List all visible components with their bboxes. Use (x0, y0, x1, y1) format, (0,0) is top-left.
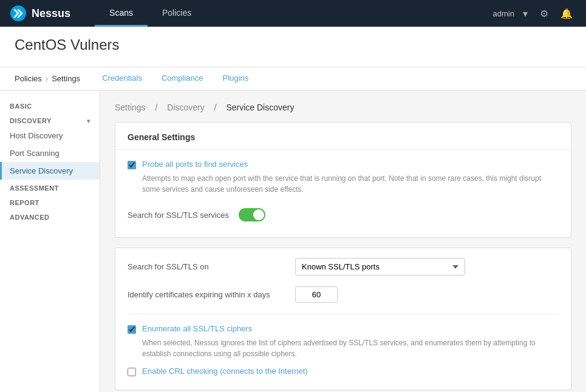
nessus-logo-icon (10, 5, 27, 22)
sidebar-item-port-scanning[interactable]: Port Scanning (0, 144, 100, 162)
enable-crl-checkbox[interactable] (128, 368, 136, 376)
tabs-bar: Policies › Settings Credentials Complian… (0, 67, 586, 90)
page-title: CentOS Vulners (15, 36, 571, 53)
sidebar-section-advanced[interactable]: ADVANCED (0, 209, 100, 223)
breadcrumb-policies[interactable]: Policies (15, 74, 42, 83)
enum-ciphers-row: Enumerate all SSL/TLS ciphers (128, 324, 559, 334)
sidebar: BASIC DISCOVERY ▾ Host Discovery Port Sc… (0, 90, 100, 392)
bc-service-discovery: Service Discovery (226, 103, 294, 112)
search-ssl-on-row: Search for SSL/TLS on Known SSL/TLS port… (128, 258, 559, 275)
probe-ports-description: Attempts to map each open port with the … (142, 173, 559, 195)
bc-settings: Settings (115, 103, 146, 112)
nav-links: Scans Policies (95, 0, 206, 27)
content-area: Settings / Discovery / Service Discovery… (100, 90, 586, 392)
tab-plugins[interactable]: Plugins (213, 67, 259, 90)
enum-ciphers-checkbox[interactable] (128, 325, 136, 334)
probe-ports-label[interactable]: Probe all ports to find services (142, 160, 248, 169)
app-name: Nessus (32, 7, 70, 20)
sidebar-section-report-label: REPORT (10, 199, 39, 206)
nav-scans[interactable]: Scans (95, 0, 148, 27)
ssl-toggle-row: Search for SSL/TLS services (128, 202, 559, 228)
general-settings-body: Probe all ports to find services Attempt… (115, 150, 571, 237)
sidebar-item-service-discovery[interactable]: Service Discovery (0, 162, 100, 180)
sidebar-section-assessment-label: ASSESSMENT (10, 184, 59, 192)
nav-user: admin (493, 9, 514, 18)
cert-expiry-row: Identify certificates expiring within x … (128, 286, 559, 303)
breadcrumb-sep: › (46, 74, 48, 83)
tab-credentials[interactable]: Credentials (92, 67, 152, 90)
tabs: Credentials Compliance Plugins (92, 67, 258, 90)
sidebar-section-basic[interactable]: BASIC (0, 98, 100, 112)
top-nav: Nessus Scans Policies admin ▾ ⚙ 🔔 (0, 0, 586, 27)
bc-sep-slash-1: / (155, 103, 157, 112)
tab-compliance[interactable]: Compliance (152, 67, 213, 90)
chevron-down-icon: ▾ (87, 118, 90, 124)
sidebar-section-report[interactable]: REPORT (0, 194, 100, 209)
probe-ports-checkbox[interactable] (128, 161, 136, 169)
sidebar-section-assessment[interactable]: ASSESSMENT (0, 180, 100, 194)
sidebar-section-discovery-label: DISCOVERY (10, 117, 52, 124)
ssl-settings-body: Search for SSL/TLS on Known SSL/TLS port… (115, 248, 571, 390)
cert-expiry-input[interactable] (295, 286, 338, 303)
probe-ports-row: Probe all ports to find services (128, 160, 559, 169)
general-settings-title: General Settings (115, 123, 571, 150)
gear-icon[interactable]: ⚙ (536, 5, 552, 22)
enable-crl-label[interactable]: Enable CRL checking (connects to the Int… (142, 367, 308, 376)
enum-ciphers-description: When selected, Nessus ignores the list o… (142, 337, 559, 359)
main-layout: BASIC DISCOVERY ▾ Host Discovery Port Sc… (0, 90, 586, 392)
ssl-toggle[interactable] (239, 208, 265, 221)
general-settings-card: General Settings Probe all ports to find… (115, 122, 571, 238)
app-logo[interactable]: Nessus (10, 5, 70, 22)
ssl-settings-card: Search for SSL/TLS on Known SSL/TLS port… (115, 248, 571, 390)
sidebar-section-basic-label: BASIC (10, 103, 32, 110)
sidebar-section-advanced-label: ADVANCED (10, 214, 50, 221)
separator (128, 314, 559, 314)
breadcrumb: Policies › Settings (15, 74, 80, 83)
page-title-bar: CentOS Vulners (0, 27, 586, 67)
bell-icon[interactable]: 🔔 (557, 5, 576, 22)
ssl-toggle-label: Search for SSL/TLS services (128, 211, 229, 220)
chevron-down-icon[interactable]: ▾ (519, 5, 531, 22)
enable-crl-row: Enable CRL checking (connects to the Int… (128, 367, 559, 376)
cert-expiry-label: Identify certificates expiring within x … (128, 290, 285, 299)
sidebar-item-host-discovery[interactable]: Host Discovery (0, 127, 100, 144)
sidebar-section-discovery[interactable]: DISCOVERY ▾ (0, 112, 100, 127)
bc-discovery: Discovery (167, 103, 204, 112)
nav-policies[interactable]: Policies (148, 0, 206, 27)
bc-sep-slash-2: / (214, 103, 217, 112)
content-breadcrumb: Settings / Discovery / Service Discovery (115, 103, 571, 112)
breadcrumb-settings: Settings (52, 74, 80, 83)
ssl-toggle-slider (239, 208, 265, 221)
search-ssl-on-label: Search for SSL/TLS on (128, 262, 285, 271)
enum-ciphers-label[interactable]: Enumerate all SSL/TLS ciphers (142, 324, 252, 333)
search-ssl-on-select[interactable]: Known SSL/TLS ports All ports None (295, 258, 465, 275)
nav-right: admin ▾ ⚙ 🔔 (493, 5, 576, 22)
